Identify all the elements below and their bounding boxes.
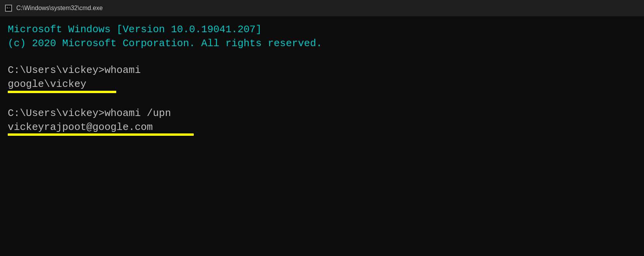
output2-underline: [8, 133, 194, 136]
prompt2-line: C:\Users\vickey>whoami /upn: [8, 106, 636, 120]
whoami-block: C:\Users\vickey>whoami google\vickey: [8, 63, 636, 94]
version-line: Microsoft Windows [Version 10.0.19041.20…: [8, 22, 636, 36]
output2-line: vickeyrajpoot@google.com: [8, 120, 153, 134]
cmd-icon: [5, 4, 12, 12]
prompt1-line: C:\Users\vickey>whoami: [8, 63, 636, 77]
copyright-line: (c) 2020 Microsoft Corporation. All righ…: [8, 36, 636, 50]
whoami-upn-block: C:\Users\vickey>whoami /upn vickeyrajpoo…: [8, 106, 636, 137]
output1-line: google\vickey: [8, 77, 86, 91]
output1-container: google\vickey: [8, 77, 86, 91]
title-bar-text: C:\Windows\system32\cmd.exe: [16, 5, 103, 12]
cmd-window: C:\Windows\system32\cmd.exe Microsoft Wi…: [0, 0, 644, 256]
version-block: Microsoft Windows [Version 10.0.19041.20…: [8, 22, 636, 51]
terminal-content: Microsoft Windows [Version 10.0.19041.20…: [0, 16, 644, 256]
output2-container: vickeyrajpoot@google.com: [8, 120, 153, 134]
title-bar: C:\Windows\system32\cmd.exe: [0, 0, 644, 16]
output1-underline: [8, 91, 116, 93]
